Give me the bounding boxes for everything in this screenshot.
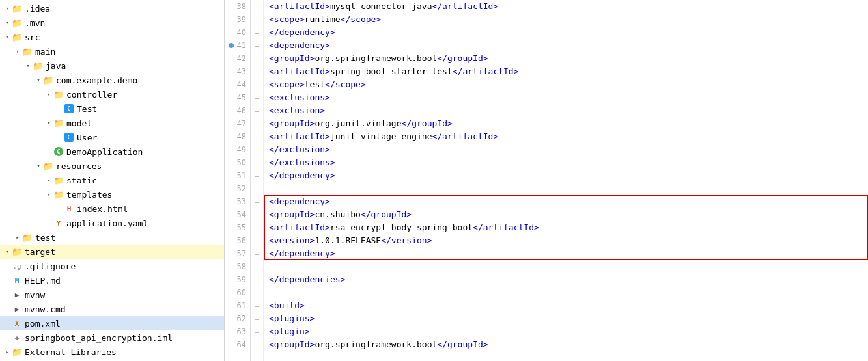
sidebar-item-pom-xml[interactable]: Xpom.xml xyxy=(0,316,224,330)
line-num-45: 45 xyxy=(227,91,246,104)
sidebar-item-demo-app[interactable]: CDemoApplication xyxy=(0,144,224,159)
gutter-48 xyxy=(251,130,263,143)
label-demo-app: DemoApplication xyxy=(66,147,143,157)
code-line-47: <groupId>org.junit.vintage</groupId> xyxy=(269,117,863,130)
gutter-41[interactable]: – xyxy=(251,39,263,52)
label-static: static xyxy=(66,176,97,185)
icon-ext-lib: 📁 xyxy=(12,347,22,357)
file-tree[interactable]: ▾📁.idea▾📁.mvn▾📁src▾📁main▾📁java▾📁com.exam… xyxy=(0,0,225,361)
gutter-46[interactable]: – xyxy=(251,104,263,117)
sidebar-item-test[interactable]: ▸📁test xyxy=(0,230,224,245)
sidebar-item-main[interactable]: ▾📁main xyxy=(0,44,224,59)
gutter-45[interactable]: – xyxy=(251,91,263,104)
line-num-57: 57 xyxy=(227,247,246,260)
gutter-40[interactable]: – xyxy=(251,26,263,39)
sidebar-item-model[interactable]: ▾📁model xyxy=(0,116,224,130)
sidebar-item-static[interactable]: ▸📁static xyxy=(0,173,224,187)
sidebar-item-resources[interactable]: ▾📁resources xyxy=(0,159,224,173)
line-num-43: 43 xyxy=(227,65,246,78)
line-num-42: 42 xyxy=(227,52,246,65)
gutter-49 xyxy=(251,143,263,156)
label-app-yaml: application.yaml xyxy=(66,219,148,228)
gutter-59 xyxy=(251,273,263,286)
code-line-56: <version>1.0.1.RELEASE</version> xyxy=(269,234,863,247)
code-line-44: <scope>test</scope> xyxy=(269,78,863,91)
icon-app-yaml: Y xyxy=(53,218,64,228)
sidebar-item-mvnw-cmd[interactable]: ▶mvnw.cmd xyxy=(0,302,224,316)
sidebar-item-help-md[interactable]: MHELP.md xyxy=(0,273,224,287)
sidebar-item-app-yaml[interactable]: Yapplication.yaml xyxy=(0,216,224,230)
line-num-39: 39 xyxy=(227,13,246,26)
gutter-57[interactable]: – xyxy=(251,247,263,260)
gutter-60 xyxy=(251,286,263,299)
label-java: java xyxy=(46,61,66,71)
icon-pom-xml: X xyxy=(12,318,22,328)
line-num-59: 59 xyxy=(227,273,246,286)
sidebar-item-target[interactable]: ▾📁target xyxy=(0,245,224,259)
label-ext-lib: External Libraries xyxy=(25,347,117,357)
sidebar-item-iml[interactable]: ◆springboot_api_encryption.iml xyxy=(0,330,224,345)
label-help-md: HELP.md xyxy=(25,276,61,286)
line-num-50: 50 xyxy=(227,156,246,169)
icon-index-html: H xyxy=(64,204,74,214)
code-line-62: <plugins> xyxy=(269,312,863,325)
code-line-53: <dependency> xyxy=(269,195,863,208)
sidebar-item-mvn[interactable]: ▾📁.mvn xyxy=(0,16,224,30)
label-templates: templates xyxy=(66,190,112,200)
gutter-47 xyxy=(251,117,263,130)
line-num-47: 47 xyxy=(227,117,246,130)
line-num-56: 56 xyxy=(227,234,246,247)
code-line-45: <exclusions> xyxy=(269,91,863,104)
gutter-53[interactable]: – xyxy=(251,195,263,208)
gutter-55 xyxy=(251,221,263,234)
gutter-51[interactable]: – xyxy=(251,169,263,182)
line-num-55: 55 xyxy=(227,221,246,234)
icon-test-class: C xyxy=(64,103,74,114)
sidebar-item-com[interactable]: ▾📁com.example.demo xyxy=(0,73,224,87)
line-num-44: 44 xyxy=(227,78,246,91)
label-gitignore: .gitignore xyxy=(25,261,76,271)
label-target: target xyxy=(25,247,55,257)
line-num-63: 63 xyxy=(227,325,246,338)
line-num-41: 41 xyxy=(227,39,246,52)
code-line-38: <artifactId>mysql-connector-java</artifa… xyxy=(269,0,863,13)
line-num-51: 51 xyxy=(227,169,246,182)
line-num-60: 60 xyxy=(227,286,246,299)
label-test-class: Test xyxy=(77,104,97,114)
sidebar-item-controller[interactable]: ▾📁controller xyxy=(0,87,224,101)
gutter-62[interactable]: – xyxy=(251,312,263,325)
sidebar-item-ext-lib[interactable]: ▸📁External Libraries xyxy=(0,345,224,359)
gutter-63[interactable]: – xyxy=(251,325,263,338)
icon-test: 📁 xyxy=(22,232,33,243)
gutter-58 xyxy=(251,260,263,273)
sidebar-item-index-html[interactable]: Hindex.html xyxy=(0,202,224,216)
icon-target: 📁 xyxy=(12,247,22,257)
sidebar-item-test-class[interactable]: CTest xyxy=(0,101,224,116)
line-num-38: 38 xyxy=(227,0,246,13)
sidebar-item-src[interactable]: ▾📁src xyxy=(0,30,224,44)
code-line-54: <groupId>cn.shuibo</groupId> xyxy=(269,208,863,221)
label-pom-xml: pom.xml xyxy=(25,319,61,328)
sidebar-item-user-class[interactable]: CUser xyxy=(0,130,224,144)
label-mvnw-cmd: mvnw.cmd xyxy=(25,304,66,314)
icon-user-class: C xyxy=(64,132,74,142)
line-marker-41 xyxy=(229,43,234,48)
icon-resources: 📁 xyxy=(43,161,53,171)
icon-gitignore: .g xyxy=(12,261,22,271)
code-line-48: <artifactId>junit-vintage-engine</artifa… xyxy=(269,130,863,143)
icon-controller: 📁 xyxy=(53,89,64,100)
label-controller: controller xyxy=(66,90,117,100)
gutter-61[interactable]: – xyxy=(251,299,263,312)
label-mvn: .mvn xyxy=(25,18,45,28)
code-editor: 3839404142434445464748495051525354555657… xyxy=(225,0,868,361)
sidebar-item-mvnw[interactable]: ▶mvnw xyxy=(0,287,224,302)
line-num-48: 48 xyxy=(227,130,246,143)
sidebar-item-templates[interactable]: ▾📁templates xyxy=(0,187,224,202)
line-num-49: 49 xyxy=(227,143,246,156)
code-line-52 xyxy=(269,182,863,195)
sidebar-item-idea[interactable]: ▾📁.idea xyxy=(0,1,224,16)
sidebar-item-gitignore[interactable]: .g.gitignore xyxy=(0,259,224,273)
sidebar-item-java[interactable]: ▾📁java xyxy=(0,59,224,73)
label-com: com.example.demo xyxy=(56,75,137,85)
gutter-area: –––––––––– xyxy=(251,0,264,361)
